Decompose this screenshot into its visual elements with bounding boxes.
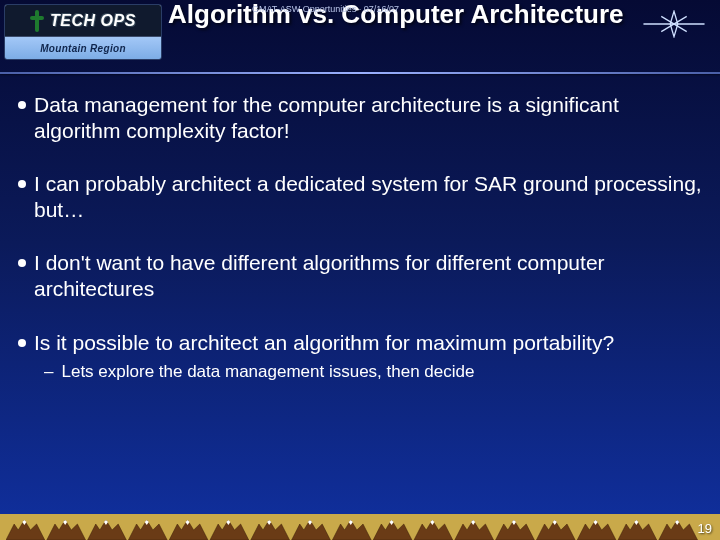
bullet-text: I can probably architect a dedicated sys… [34, 171, 702, 222]
bullet-dot-icon [18, 339, 26, 347]
slide-body: Data management for the computer archite… [0, 74, 720, 383]
footer-strip: 19 [0, 514, 720, 540]
sub-bullet-item: – Lets explore the data management issue… [44, 361, 702, 382]
sub-bullet-text: Lets explore the data management issues,… [61, 361, 474, 382]
bullet-dot-icon [18, 259, 26, 267]
bullet-text: I don't want to have different algorithm… [34, 250, 702, 301]
header-divider [0, 72, 720, 74]
bullet-text: Is it possible to architect an algorithm… [34, 330, 614, 356]
org-logo-top: TECH OPS [5, 5, 161, 37]
org-logo-text-top: TECH OPS [50, 12, 136, 30]
slide-header: TECH OPS Mountain Region GMAT-ASW Opport… [0, 0, 720, 74]
bullet-dash-icon: – [44, 361, 53, 382]
cactus-icon [30, 10, 44, 32]
bullet-item: I can probably architect a dedicated sys… [18, 171, 702, 222]
bullet-dot-icon [18, 101, 26, 109]
bullet-dot-icon [18, 180, 26, 188]
page-number: 19 [698, 521, 712, 536]
org-logo: TECH OPS Mountain Region [4, 4, 162, 60]
bullet-item: I don't want to have different algorithm… [18, 250, 702, 301]
bullet-text: Data management for the computer archite… [34, 92, 702, 143]
mountain-row-icon [6, 516, 720, 540]
bullet-item: Data management for the computer archite… [18, 92, 702, 143]
header-watermark: GMAT-ASW Opportunities · 07/16/07 [252, 4, 399, 14]
slide-root: TECH OPS Mountain Region GMAT-ASW Opport… [0, 0, 720, 540]
slide-title: GMAT-ASW Opportunities · 07/16/07 Algori… [162, 0, 720, 30]
org-logo-text-bottom: Mountain Region [5, 43, 161, 54]
company-star-icon [642, 10, 706, 38]
bullet-item: Is it possible to architect an algorithm… [18, 330, 702, 356]
